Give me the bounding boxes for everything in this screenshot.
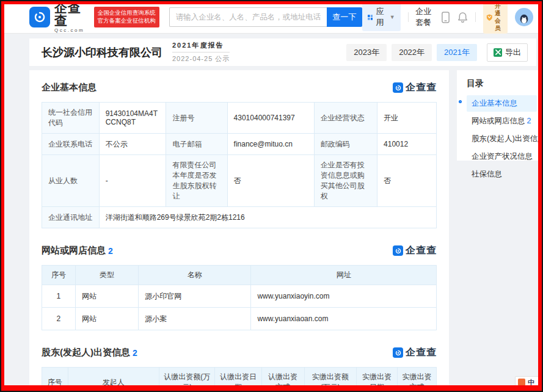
qcc-logo-icon <box>393 82 403 93</box>
section-basic-header: 企业基本信息 企查查 <box>42 81 437 94</box>
table-row: 2网站源小案www.yuanxiaoan.com <box>42 308 437 330</box>
field-label: 企业经营状态 <box>314 103 377 134</box>
open-vip-button[interactable]: 开通 会员 <box>483 1 508 34</box>
section-website-count: 2 <box>108 246 113 256</box>
company-name: 长沙源小印科技有限公司 <box>42 45 162 60</box>
section-shareholders-count: 2 <box>133 348 137 358</box>
search-button[interactable]: 查一下 <box>327 7 362 27</box>
search-input[interactable] <box>169 7 327 27</box>
field-value: 410012 <box>377 134 437 155</box>
column-header: 认缴出资额(万元) <box>159 368 214 392</box>
avatar[interactable] <box>515 8 533 26</box>
toc-item-label: 企业资产状况信息 <box>472 152 533 161</box>
column-header: 类型 <box>75 266 138 285</box>
year-tab-2023年[interactable]: 2023年 <box>346 44 387 61</box>
qcc-logo-icon[interactable] <box>29 7 50 27</box>
bell-icon <box>457 12 468 23</box>
column-header: 实缴出资日期 <box>356 368 397 392</box>
excel-icon <box>494 48 502 57</box>
search-bar: 查一下 <box>169 7 362 27</box>
table-row: 统一社会信用代码91430104MA4TCCNQ8T注册号43010400074… <box>42 103 437 134</box>
cell: 源小印官网 <box>139 285 251 308</box>
ime-toolbar[interactable]: 中 <box>515 376 543 388</box>
gov-credit-badge: 全国企业信用查询系统 官方备案企业征信机构 <box>94 7 159 27</box>
ime-logo-icon[interactable] <box>518 379 525 386</box>
field-value[interactable]: 洋湖街道和顺路269号绿景欣苑2期2栋1216 <box>99 207 436 228</box>
section-basic-title: 企业基本信息 <box>42 82 97 93</box>
field-label: 企业联系电话 <box>42 134 100 155</box>
cell: 2 <box>42 308 76 330</box>
field-label: 邮政编码 <box>314 134 377 155</box>
field-value: - <box>99 155 166 207</box>
report-publish-date: 2022-04-25 公示 <box>172 53 230 64</box>
section-website-info: 网站或网店信息 2 企查查 序号类型名称网址 1网站源小印官网www.yuanx… <box>42 244 437 330</box>
export-label: 导出 <box>505 47 521 58</box>
toc-item-社保信息[interactable]: 社保信息 <box>467 166 537 183</box>
export-button[interactable]: 导出 <box>487 43 528 62</box>
qcc-watermark: 企查查 <box>393 81 437 94</box>
toc-item-label: 企业基本信息 <box>472 99 517 107</box>
field-value: 否 <box>227 155 314 207</box>
cell: 网站 <box>75 308 138 330</box>
year-tab-2022年[interactable]: 2022年 <box>392 44 432 61</box>
active-dot-icon <box>459 100 462 103</box>
toc-sidebar: 目录 企业基本信息网站或网店信息2股东(发起人)出资信息2企业资产状况信息社保信… <box>457 70 543 161</box>
report-meta: 2021年度报告 2022-04-25 公示 <box>172 41 230 64</box>
section-shareholders: 股东(发起人)出资信息 2 企查查 序号发起人认缴出资额(万元)认缴出资日期认缴… <box>42 346 437 392</box>
qcc-logo-text[interactable]: 企查查 Qcc.com <box>54 1 89 33</box>
grid-icon <box>368 13 373 21</box>
toc-item-label: 股东(发起人)出资信息 <box>472 134 543 143</box>
section-website-title: 网站或网店信息 <box>42 245 106 256</box>
field-label: 统一社会信用代码 <box>42 103 100 134</box>
section-shareholders-header: 股东(发起人)出资信息 2 企查查 <box>42 346 437 359</box>
column-header: 认缴出资方式 <box>261 368 304 392</box>
toc-item-label: 社保信息 <box>472 170 502 178</box>
section-website-header: 网站或网店信息 2 企查查 <box>42 244 437 257</box>
field-label: 电子邮箱 <box>166 134 227 155</box>
divider <box>475 12 476 22</box>
toc-title: 目录 <box>467 78 537 89</box>
notifications-button[interactable] <box>457 12 468 23</box>
field-value: 430104000741397 <box>227 103 314 134</box>
shareholders-table: 序号发起人认缴出资额(万元)认缴出资日期认缴出资方式实缴出资额(万元)实缴出资日… <box>42 367 437 392</box>
qcc-watermark: 企查查 <box>393 244 437 257</box>
toc-item-label: 网站或网店信息 <box>472 117 525 125</box>
field-label: 企业通讯地址 <box>42 207 100 228</box>
table-row: 1网站源小印官网www.yuanxiaoyin.com <box>42 285 437 308</box>
website-table: 序号类型名称网址 1网站源小印官网www.yuanxiaoyin.com2网站源… <box>42 265 437 330</box>
report-title-bar: 长沙源小印科技有限公司 2021年度报告 2022-04-25 公示 2023年… <box>29 38 536 66</box>
website-url[interactable]: www.yuanxiaoan.com <box>251 308 437 330</box>
enterprise-package-link[interactable]: 企业套餐 <box>415 6 434 28</box>
qcc-logo-icon <box>393 347 403 358</box>
year-tab-2021年[interactable]: 2021年 <box>437 44 477 61</box>
field-label: 注册号 <box>166 103 227 134</box>
phone-icon <box>441 12 450 23</box>
website-url[interactable]: www.yuanxiaoyin.com <box>251 285 437 308</box>
ime-language-indicator[interactable]: 中 <box>528 378 534 387</box>
year-tabs: 2023年2022年2021年 导出 <box>346 43 528 62</box>
toc-item-企业基本信息[interactable]: 企业基本信息 <box>467 95 537 112</box>
column-header: 实缴出资额(万元) <box>304 368 356 392</box>
cell: 1 <box>42 285 76 308</box>
ime-keyboard-icon[interactable] <box>539 380 540 385</box>
field-label: 企业是否有投资信息息或购买其他公司股权 <box>314 155 377 207</box>
table-row: 企业通讯地址洋湖街道和顺路269号绿景欣苑2期2栋1216 <box>42 207 437 228</box>
column-header: 实缴出资方式 <box>397 368 436 392</box>
field-value: 91430104MA4TCCNQ8T <box>99 103 166 134</box>
toc-item-企业资产状况信息[interactable]: 企业资产状况信息 <box>467 148 537 165</box>
toc-item-股东(发起人)出资信息[interactable]: 股东(发起人)出资信息2 <box>467 131 537 147</box>
mobile-app-button[interactable] <box>441 12 450 23</box>
header-right-nav: 应用 ▼ 企业套餐 开通 会员 <box>362 1 533 34</box>
apps-menu-button[interactable]: 应用 ▼ <box>362 3 401 31</box>
brand-name: 企查查 <box>54 1 89 27</box>
column-header: 序号 <box>42 266 76 285</box>
toc-item-网站或网店信息[interactable]: 网站或网店信息2 <box>467 113 537 129</box>
qcc-logo-icon <box>393 245 403 256</box>
field-value[interactable]: finance@mituo.cn <box>227 134 314 155</box>
table-row: 从业人数-有限责任公司本年度是否发生股东股权转让否企业是否有投资信息息或购买其他… <box>42 155 437 207</box>
report-content: 企业基本信息 企查查 统一社会信用代码91430104MA4TCCNQ8T注册号… <box>29 70 449 392</box>
field-value: 不公示 <box>99 134 166 155</box>
avatar-image <box>517 13 531 26</box>
basic-info-table: 统一社会信用代码91430104MA4TCCNQ8T注册号43010400074… <box>42 102 437 228</box>
vip-label: 开通 会员 <box>495 2 503 32</box>
